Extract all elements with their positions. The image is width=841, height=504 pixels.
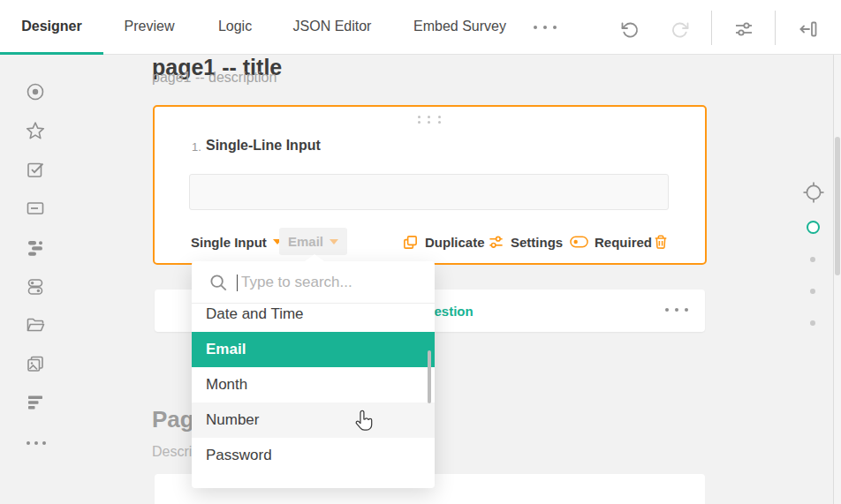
survey-creator-window: page1 -- title page1 -- description Desi… <box>0 0 841 504</box>
dropdown-search-input[interactable] <box>239 268 416 297</box>
trash-icon <box>653 233 669 251</box>
page-nav-dot[interactable] <box>810 320 815 326</box>
locator-icon <box>801 180 826 205</box>
page-nav-dot[interactable] <box>810 289 815 294</box>
tab-embed-survey[interactable]: Embed Survey <box>390 0 530 55</box>
question-title[interactable]: Single-Line Input <box>206 138 321 154</box>
toolbar-divider <box>775 11 776 45</box>
delete-question-button[interactable] <box>653 231 669 252</box>
question-number: 1. <box>192 140 201 154</box>
survey-settings-button[interactable] <box>733 19 754 43</box>
dropdown-list: Date and Time Email Month Number Passwor… <box>192 305 435 488</box>
toolbar-divider <box>711 11 712 45</box>
collapse-left-icon <box>797 19 818 40</box>
tab-designer[interactable]: Designer <box>0 0 103 55</box>
redo-icon <box>670 19 691 40</box>
question-more-icon[interactable] <box>665 308 688 312</box>
copy-icon <box>402 234 419 251</box>
popup-notch <box>305 254 324 261</box>
dropdown-item-email[interactable]: Email <box>192 332 435 367</box>
toolbox-item-multi-dropdown-icon[interactable] <box>25 237 46 258</box>
undo-button[interactable] <box>619 19 640 43</box>
main-scrollbar-thumb[interactable] <box>835 137 840 275</box>
sliders-icon <box>488 234 504 251</box>
fit-page-button[interactable] <box>801 180 826 208</box>
dropdown-item-month[interactable]: Month <box>192 367 435 402</box>
dropdown-item-password[interactable]: Password <box>192 438 435 473</box>
dropdown-item-date-and-time[interactable]: Date and Time <box>192 305 435 332</box>
dropdown-item-number[interactable]: Number <box>192 402 435 438</box>
tab-json-editor[interactable]: JSON Editor <box>275 0 390 55</box>
tab-strip: Designer Preview Logic JSON Editor Embed… <box>0 0 530 55</box>
drag-handle-icon[interactable] <box>414 114 444 124</box>
toolbox-more-icon[interactable] <box>27 441 46 445</box>
question-settings-button[interactable]: Settings <box>488 231 563 252</box>
search-icon <box>208 273 228 296</box>
tabs-more-icon[interactable] <box>534 26 557 29</box>
chevron-down-icon <box>330 239 338 244</box>
main-scrollbar-track[interactable] <box>833 55 841 504</box>
toolbox-item-boolean-icon[interactable] <box>25 276 46 297</box>
undo-icon <box>619 19 640 40</box>
question-text-input[interactable] <box>189 174 669 210</box>
input-type-dropdown-popup: Date and Time Email Month Number Passwor… <box>192 261 435 488</box>
page-nav-dot-active[interactable] <box>807 221 820 234</box>
input-type-selector[interactable]: Email <box>279 228 347 255</box>
toolbox-item-image-picker-icon[interactable] <box>25 353 46 374</box>
redo-button[interactable] <box>670 19 691 43</box>
topbar: Designer Preview Logic JSON Editor Embed… <box>0 0 841 55</box>
toolbox-item-dropdown-icon[interactable] <box>25 198 46 219</box>
dropdown-search-row <box>192 261 435 304</box>
collapse-panel-button[interactable] <box>797 19 818 43</box>
toggle-off-icon <box>570 236 588 248</box>
page-description[interactable]: page1 -- description <box>152 70 277 86</box>
tab-logic[interactable]: Logic <box>195 0 275 55</box>
sliders-icon <box>733 19 754 40</box>
toolbox-item-checkbox-icon[interactable] <box>25 159 46 180</box>
active-tab-underline <box>0 52 103 55</box>
page-nav-dot[interactable] <box>810 257 815 262</box>
toolbox-item-ranking-icon[interactable] <box>25 392 46 413</box>
tab-preview[interactable]: Preview <box>103 0 195 55</box>
question-type-selector[interactable]: Single Input <box>191 231 282 252</box>
popup-scrollbar-thumb[interactable] <box>428 350 431 403</box>
duplicate-button[interactable]: Duplicate <box>402 231 485 252</box>
toolbox-item-rating-icon[interactable] <box>25 120 46 141</box>
required-toggle[interactable]: Required <box>570 231 652 252</box>
text-caret <box>237 275 238 291</box>
toolbox-item-radiogroup-icon[interactable] <box>25 81 46 102</box>
toolbox-item-file-upload-icon[interactable] <box>25 314 46 335</box>
